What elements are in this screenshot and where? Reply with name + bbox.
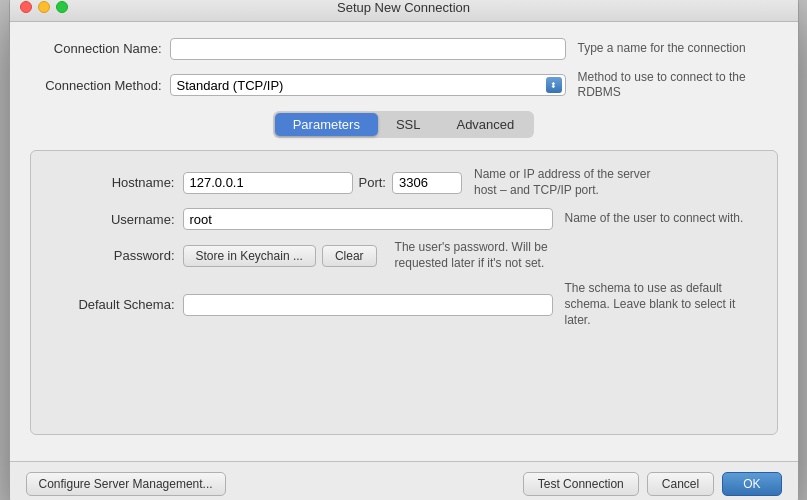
host-hint: Name or IP address of the server host – … — [474, 167, 674, 198]
close-button[interactable] — [20, 1, 32, 13]
connection-name-label: Connection Name: — [30, 41, 170, 56]
default-schema-label: Default Schema: — [43, 297, 183, 312]
default-schema-hint: The schema to use as default schema. Lea… — [565, 281, 765, 328]
ok-button[interactable]: OK — [722, 472, 781, 496]
port-label: Port: — [353, 175, 392, 190]
password-hint: The user's password. Will be requested l… — [395, 240, 595, 271]
window: Setup New Connection Connection Name: Ty… — [9, 0, 799, 500]
bottom-bar: Configure Server Management... Test Conn… — [10, 461, 798, 500]
configure-server-button[interactable]: Configure Server Management... — [26, 472, 226, 496]
tab-advanced[interactable]: Advanced — [438, 113, 532, 136]
password-label: Password: — [43, 248, 183, 263]
connection-name-input[interactable] — [170, 38, 566, 60]
clear-button[interactable]: Clear — [322, 245, 377, 267]
connection-method-row: Connection Method: Standard (TCP/IP) Sta… — [30, 70, 778, 101]
test-connection-button[interactable]: Test Connection — [523, 472, 639, 496]
cancel-button[interactable]: Cancel — [647, 472, 714, 496]
username-row: Username: Name of the user to connect wi… — [43, 208, 765, 230]
connection-method-select[interactable]: Standard (TCP/IP) Standard (TCP/IP) with… — [170, 74, 566, 96]
window-content: Connection Name: Type a name for the con… — [10, 22, 798, 461]
connection-method-wrapper: Standard (TCP/IP) Standard (TCP/IP) with… — [170, 74, 566, 96]
username-label: Username: — [43, 212, 183, 227]
traffic-lights — [20, 1, 68, 13]
connection-method-hint: Method to use to connect to the RDBMS — [578, 70, 778, 101]
hostname-row: Hostname: Port: Name or IP address of th… — [43, 167, 765, 198]
tab-ssl[interactable]: SSL — [378, 113, 439, 136]
connection-method-label: Connection Method: — [30, 78, 170, 93]
maximize-button[interactable] — [56, 1, 68, 13]
minimize-button[interactable] — [38, 1, 50, 13]
bottom-right-actions: Test Connection Cancel OK — [523, 472, 782, 496]
store-keychain-button[interactable]: Store in Keychain ... — [183, 245, 316, 267]
titlebar: Setup New Connection — [10, 0, 798, 22]
window-title: Setup New Connection — [337, 0, 470, 15]
tab-parameters[interactable]: Parameters — [275, 113, 378, 136]
password-row: Password: Store in Keychain ... Clear Th… — [43, 240, 765, 271]
tab-bar: Parameters SSL Advanced — [273, 111, 535, 138]
port-input[interactable] — [392, 172, 462, 194]
hostname-input[interactable] — [183, 172, 353, 194]
connection-name-row: Connection Name: Type a name for the con… — [30, 38, 778, 60]
username-input[interactable] — [183, 208, 553, 230]
username-hint: Name of the user to connect with. — [565, 211, 765, 227]
default-schema-input[interactable] — [183, 294, 553, 316]
connection-name-hint: Type a name for the connection — [578, 41, 778, 57]
default-schema-row: Default Schema: The schema to use as def… — [43, 281, 765, 328]
tabs-container: Parameters SSL Advanced — [30, 111, 778, 138]
parameters-panel: Hostname: Port: Name or IP address of th… — [30, 150, 778, 435]
hostname-label: Hostname: — [43, 175, 183, 190]
spacer — [43, 338, 765, 418]
